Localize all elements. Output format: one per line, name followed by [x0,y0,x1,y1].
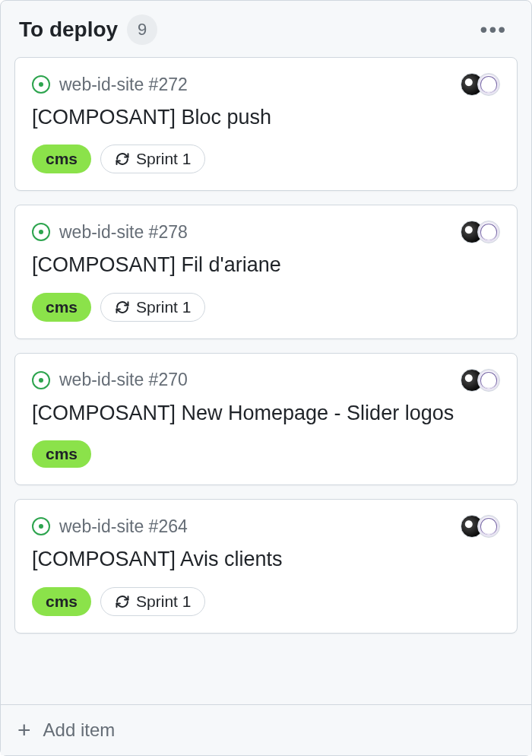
labels-row: cms Sprint 1 [32,587,500,616]
issue-number: #278 [149,222,188,242]
open-issue-icon [32,371,50,389]
card-header-row: web-id-site #278 [32,221,500,243]
iteration-icon [115,594,130,609]
label-sprint[interactable]: Sprint 1 [100,145,205,173]
issue-card[interactable]: web-id-site #264 [COMPOSANT] Avis client… [14,499,518,633]
issue-title: [COMPOSANT] Fil d'ariane [32,251,500,278]
assignees[interactable] [467,221,500,243]
sprint-label-text: Sprint 1 [136,150,191,168]
labels-row: cms Sprint 1 [32,293,500,322]
add-item-button[interactable]: + Add item [1,704,531,755]
open-issue-icon [32,517,50,535]
labels-row: cms [32,440,500,468]
issue-title: [COMPOSANT] Avis clients [32,545,500,573]
column-title: To deploy [19,17,118,42]
avatar[interactable] [477,515,500,538]
repo-name: web-id-site [59,516,144,536]
assignees[interactable] [467,369,500,392]
repo-name: web-id-site [59,222,144,242]
cards-list[interactable]: web-id-site #272 [COMPOSANT] Bloc push c… [1,51,531,704]
assignees[interactable] [467,73,500,96]
add-item-label: Add item [43,719,116,741]
avatar[interactable] [477,73,500,96]
label-cms[interactable]: cms [32,293,91,322]
issue-number: #270 [149,370,188,389]
issue-number: #272 [149,75,188,94]
card-header-row: web-id-site #272 [32,73,500,96]
issue-card[interactable]: web-id-site #278 [COMPOSANT] Fil d'arian… [14,205,518,338]
issue-title: [COMPOSANT] Bloc push [32,103,500,131]
card-header-row: web-id-site #264 [32,515,500,538]
column-header: To deploy 9 ••• [1,1,531,51]
issue-card[interactable]: web-id-site #270 [COMPOSANT] New Homepag… [14,353,518,485]
repo-reference[interactable]: web-id-site #272 [59,75,188,95]
repo-name: web-id-site [59,370,144,389]
label-sprint[interactable]: Sprint 1 [100,587,205,616]
label-cms[interactable]: cms [32,587,91,616]
sprint-label-text: Sprint 1 [136,298,191,316]
repo-name: web-id-site [59,75,144,94]
repo-reference[interactable]: web-id-site #270 [59,370,188,390]
sprint-label-text: Sprint 1 [136,592,191,611]
label-sprint[interactable]: Sprint 1 [100,293,205,322]
open-issue-icon [32,223,50,241]
labels-row: cms Sprint 1 [32,145,500,173]
repo-reference[interactable]: web-id-site #264 [59,516,188,537]
column-menu-button[interactable]: ••• [474,16,513,43]
open-issue-icon [32,75,50,94]
iteration-icon [115,151,130,167]
issue-number: #264 [149,516,188,536]
issue-title: [COMPOSANT] New Homepage - Slider logos [32,399,500,427]
column-count-badge: 9 [127,14,157,45]
avatar[interactable] [477,369,500,392]
kanban-column: To deploy 9 ••• web-id-site #272 [COMPOS… [0,0,532,756]
label-cms[interactable]: cms [32,145,91,173]
repo-reference[interactable]: web-id-site #278 [59,222,188,243]
assignees[interactable] [467,515,500,538]
issue-card[interactable]: web-id-site #272 [COMPOSANT] Bloc push c… [14,57,518,191]
plus-icon: + [17,719,31,742]
card-header-row: web-id-site #270 [32,369,500,392]
avatar[interactable] [477,221,500,243]
iteration-icon [115,300,130,315]
label-cms[interactable]: cms [32,440,91,468]
